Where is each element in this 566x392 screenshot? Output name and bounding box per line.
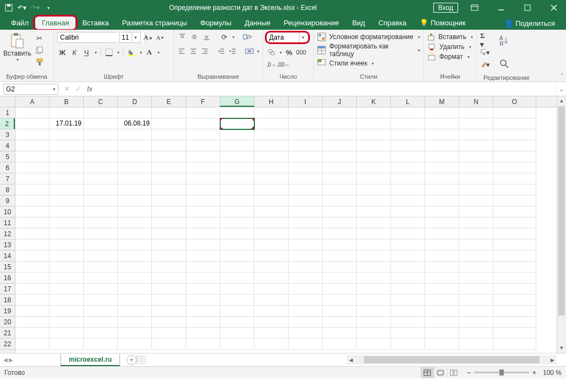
align-left-icon[interactable]: [177, 46, 187, 56]
cell[interactable]: [220, 284, 254, 295]
borders-icon[interactable]: [104, 47, 114, 57]
cell[interactable]: [254, 162, 289, 173]
cell[interactable]: [425, 284, 459, 295]
tab-tellme[interactable]: 💡Помощник: [413, 16, 472, 30]
cell[interactable]: [323, 328, 357, 339]
cell[interactable]: [493, 129, 536, 140]
cell[interactable]: [220, 262, 254, 273]
cell[interactable]: [152, 239, 186, 251]
cell[interactable]: [289, 118, 323, 129]
cell[interactable]: [323, 118, 357, 129]
cell[interactable]: [118, 162, 152, 173]
cell[interactable]: [425, 118, 459, 129]
cell[interactable]: [118, 339, 152, 350]
cell[interactable]: [254, 173, 289, 184]
increase-indent-icon[interactable]: [228, 46, 237, 56]
merge-icon[interactable]: [244, 46, 254, 56]
cell[interactable]: 06.08.19: [118, 118, 152, 129]
increase-font-icon[interactable]: A▲: [143, 32, 153, 42]
cell[interactable]: [15, 151, 50, 162]
number-format-input[interactable]: [267, 32, 299, 42]
cell[interactable]: [186, 228, 220, 239]
cell[interactable]: [220, 328, 254, 339]
cell[interactable]: [118, 306, 152, 317]
cell[interactable]: [254, 306, 289, 317]
cell[interactable]: [391, 173, 425, 184]
cell[interactable]: [152, 339, 186, 350]
cell[interactable]: [220, 118, 254, 129]
undo-icon[interactable]: ↶▾: [18, 3, 26, 12]
cell[interactable]: [15, 206, 50, 217]
cell[interactable]: [254, 206, 289, 217]
row-header[interactable]: 9: [0, 195, 15, 206]
cell[interactable]: [493, 339, 536, 350]
cell[interactable]: [152, 228, 186, 239]
cell[interactable]: [289, 151, 323, 162]
cell[interactable]: [15, 184, 50, 195]
cell[interactable]: [152, 251, 186, 262]
cell[interactable]: [493, 251, 536, 262]
tab-insert[interactable]: Вставка: [75, 16, 115, 30]
zoom-slider[interactable]: [474, 372, 529, 373]
row-header[interactable]: 1: [0, 107, 15, 118]
cell[interactable]: [84, 228, 118, 239]
cell[interactable]: [425, 317, 459, 328]
cell[interactable]: [220, 317, 254, 328]
cell[interactable]: [50, 251, 84, 262]
new-sheet-button[interactable]: +: [127, 355, 137, 365]
cell[interactable]: [152, 162, 186, 173]
cell[interactable]: [254, 239, 289, 251]
cell[interactable]: [15, 118, 50, 129]
close-icon[interactable]: [542, 0, 566, 15]
cell[interactable]: [186, 262, 220, 273]
column-header[interactable]: E: [152, 96, 186, 107]
cell[interactable]: [289, 162, 323, 173]
cell[interactable]: [289, 284, 323, 295]
scroll-left-icon[interactable]: ◀: [347, 357, 355, 363]
cell[interactable]: [50, 262, 84, 273]
cell[interactable]: [323, 129, 357, 140]
cell[interactable]: [84, 173, 118, 184]
decrease-font-icon[interactable]: A▼: [155, 32, 165, 42]
cell[interactable]: [459, 239, 493, 251]
cell[interactable]: [186, 317, 220, 328]
cell[interactable]: [357, 295, 391, 306]
delete-cells-button[interactable]: Удалить▾: [427, 42, 473, 52]
cell[interactable]: [186, 129, 220, 140]
percent-icon[interactable]: %: [284, 47, 294, 57]
cell[interactable]: [391, 129, 425, 140]
cell[interactable]: [357, 228, 391, 239]
cell[interactable]: [118, 129, 152, 140]
sort-filter-icon[interactable]: AЯ: [496, 32, 513, 50]
cell[interactable]: [15, 217, 50, 228]
cell[interactable]: [220, 295, 254, 306]
cell[interactable]: [15, 339, 50, 350]
cell[interactable]: [289, 251, 323, 262]
cell[interactable]: [459, 317, 493, 328]
cell[interactable]: [493, 217, 536, 228]
cell[interactable]: [357, 251, 391, 262]
conditional-formatting-button[interactable]: Условное форматирование▾: [317, 32, 420, 42]
tab-help[interactable]: Справка: [372, 16, 413, 30]
cell[interactable]: [323, 206, 357, 217]
cell[interactable]: [323, 228, 357, 239]
align-middle-icon[interactable]: [189, 32, 199, 42]
cell[interactable]: [425, 107, 459, 118]
cell[interactable]: [254, 195, 289, 206]
row-header[interactable]: 6: [0, 162, 15, 173]
cell[interactable]: [152, 206, 186, 217]
column-header[interactable]: D: [118, 96, 152, 107]
scroll-right-icon[interactable]: ▶: [548, 357, 557, 363]
cell[interactable]: [118, 228, 152, 239]
horizontal-scrollbar[interactable]: ◀ ▶: [347, 355, 557, 364]
cell[interactable]: [118, 107, 152, 118]
cell[interactable]: [152, 328, 186, 339]
cancel-icon[interactable]: ✕: [64, 85, 70, 93]
scroll-thumb[interactable]: [364, 356, 540, 363]
cell[interactable]: [459, 206, 493, 217]
cell[interactable]: [357, 118, 391, 129]
enter-icon[interactable]: ✓: [75, 85, 81, 93]
cell[interactable]: [254, 129, 289, 140]
cell[interactable]: [50, 140, 84, 151]
cell[interactable]: [493, 195, 536, 206]
